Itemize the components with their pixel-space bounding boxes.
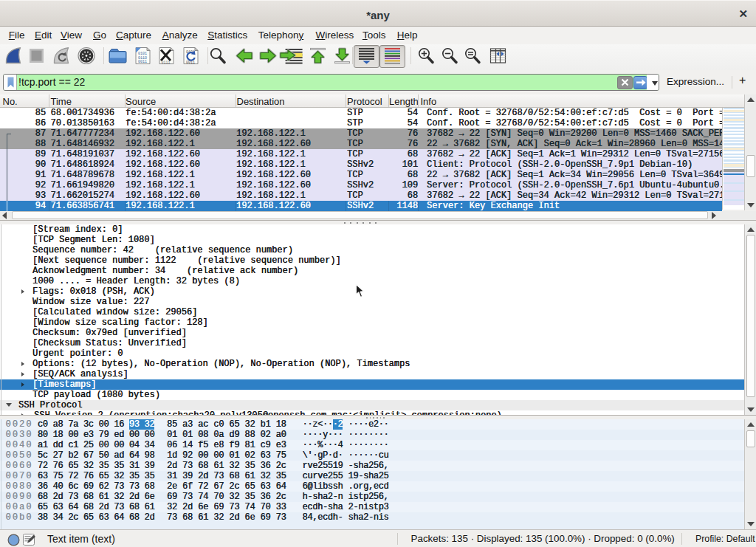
svg-text:0111: 0111 — [162, 61, 171, 65]
svg-text:0011: 0011 — [138, 60, 147, 64]
